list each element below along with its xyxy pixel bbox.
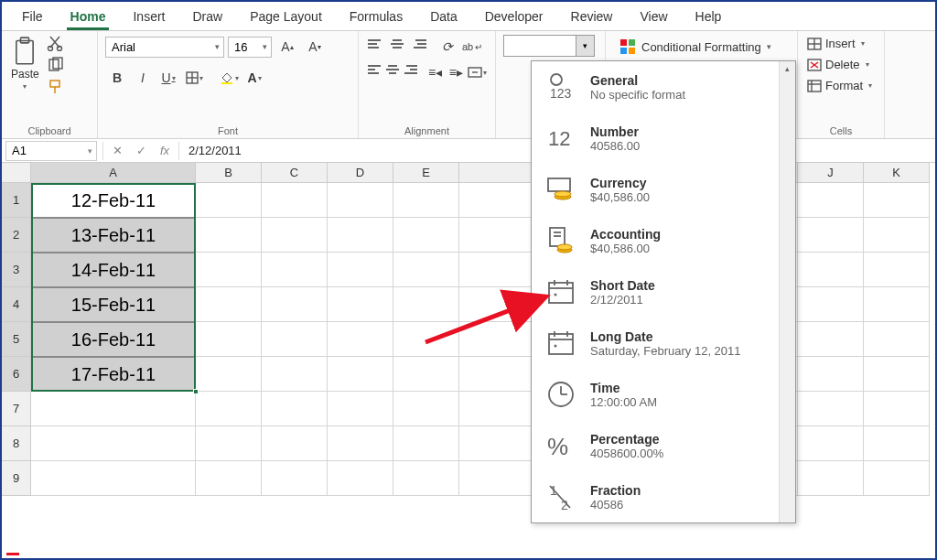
align-top-icon[interactable] <box>366 35 386 53</box>
cell[interactable] <box>196 426 262 461</box>
cell[interactable] <box>328 287 393 322</box>
cell[interactable] <box>262 253 328 287</box>
cut-icon[interactable] <box>47 35 65 51</box>
border-button[interactable] <box>182 66 206 90</box>
cell[interactable]: 17-Feb-11 <box>31 357 196 392</box>
cell[interactable] <box>864 253 930 287</box>
column-header-j[interactable]: J <box>798 163 864 183</box>
increase-font-icon[interactable]: A▴ <box>275 35 299 59</box>
cell[interactable] <box>262 392 328 426</box>
cell[interactable] <box>328 461 393 496</box>
cell[interactable]: 14-Feb-11 <box>31 253 196 287</box>
format-option-percentage[interactable]: % Percentage 4058600.00% <box>532 420 795 471</box>
cell[interactable] <box>864 183 930 218</box>
tab-draw[interactable]: Draw <box>179 4 235 29</box>
paste-button[interactable]: Paste ▾ <box>9 35 41 92</box>
tab-page-layout[interactable]: Page Layout <box>237 4 335 29</box>
format-option-currency[interactable]: Currency $40,586.00 <box>532 164 795 215</box>
decrease-indent-icon[interactable]: ≡◂ <box>425 60 446 84</box>
cell[interactable] <box>196 357 262 392</box>
row-header[interactable]: 6 <box>2 357 31 392</box>
column-header-b[interactable]: B <box>196 163 262 183</box>
fill-color-button[interactable] <box>217 66 241 90</box>
scroll-up-icon[interactable]: ▴ <box>780 61 795 76</box>
column-header-c[interactable]: C <box>262 163 328 183</box>
underline-button[interactable]: U <box>156 66 180 90</box>
fill-handle[interactable] <box>193 389 199 394</box>
format-option-accounting[interactable]: Accounting $40,586.00 <box>532 215 795 266</box>
column-header-e[interactable]: E <box>393 163 459 183</box>
orientation-icon[interactable]: ⟳ <box>436 35 459 59</box>
row-header[interactable]: 8 <box>2 426 31 461</box>
tab-data[interactable]: Data <box>417 4 470 29</box>
format-option-fraction[interactable]: 12 Fraction 40586 <box>532 471 795 522</box>
cell[interactable] <box>262 426 328 461</box>
cell[interactable] <box>262 218 328 253</box>
cell[interactable] <box>328 218 393 253</box>
tab-view[interactable]: View <box>627 4 680 29</box>
format-option-number[interactable]: 12 Number 40586.00 <box>532 113 795 164</box>
cancel-formula-icon[interactable]: ✕ <box>105 141 129 161</box>
wrap-text-button[interactable]: ab↵ <box>460 35 484 59</box>
format-option-shortdate[interactable]: Short Date 2/12/2011 <box>532 266 795 318</box>
format-option-general[interactable]: 123 General No specific format <box>532 61 795 113</box>
cell[interactable] <box>328 426 393 461</box>
cell[interactable] <box>328 322 393 357</box>
column-header-a[interactable]: A <box>31 163 196 183</box>
cell[interactable] <box>31 461 196 496</box>
cell[interactable] <box>864 322 930 357</box>
tab-developer[interactable]: Developer <box>472 4 556 29</box>
cell[interactable] <box>864 392 930 426</box>
cell[interactable] <box>196 183 262 218</box>
row-header[interactable]: 2 <box>2 218 31 253</box>
row-header[interactable]: 3 <box>2 253 31 287</box>
cell[interactable]: 16-Feb-11 <box>31 322 196 357</box>
cell[interactable] <box>262 183 328 218</box>
format-cells-button[interactable]: Format▾ <box>805 77 877 94</box>
cell[interactable] <box>393 392 459 426</box>
cell[interactable] <box>864 461 930 496</box>
cell[interactable] <box>31 426 196 461</box>
cell[interactable] <box>798 322 864 357</box>
insert-cells-button[interactable]: Insert▾ <box>805 35 877 52</box>
align-center-icon[interactable] <box>384 60 402 79</box>
dropdown-scrollbar[interactable]: ▴ <box>779 61 795 522</box>
align-left-icon[interactable] <box>366 60 383 79</box>
number-format-select[interactable]: ▾ <box>503 35 595 57</box>
cell[interactable] <box>196 392 262 426</box>
bold-button[interactable]: B <box>105 66 129 90</box>
cell[interactable]: 15-Feb-11 <box>31 287 196 322</box>
merge-button[interactable] <box>467 60 488 84</box>
tab-formulas[interactable]: Formulas <box>337 4 415 29</box>
italic-button[interactable]: I <box>131 66 155 90</box>
cell[interactable] <box>262 322 328 357</box>
cell[interactable] <box>864 287 930 322</box>
select-all-corner[interactable] <box>2 163 31 183</box>
cell[interactable] <box>798 183 864 218</box>
format-option-time[interactable]: Time 12:00:00 AM <box>532 369 795 420</box>
cell[interactable] <box>393 322 459 357</box>
column-header-k[interactable]: K <box>864 163 930 183</box>
tab-home[interactable]: Home <box>58 4 119 29</box>
cell[interactable] <box>262 357 328 392</box>
name-box[interactable]: A1▾ <box>5 141 97 161</box>
tab-insert[interactable]: Insert <box>120 4 178 29</box>
cell[interactable] <box>393 357 459 392</box>
row-header[interactable]: 1 <box>2 183 31 218</box>
row-header[interactable]: 7 <box>2 392 31 426</box>
cell[interactable]: 12-Feb-11 <box>31 183 196 218</box>
tab-file[interactable]: File <box>9 4 56 29</box>
cell[interactable] <box>393 461 459 496</box>
cell[interactable] <box>798 461 864 496</box>
cell[interactable] <box>798 392 864 426</box>
format-option-longdate[interactable]: Long Date Saturday, February 12, 2011 <box>532 318 795 369</box>
delete-cells-button[interactable]: Delete▾ <box>805 56 877 73</box>
cell[interactable] <box>798 426 864 461</box>
font-name-select[interactable]: Arial▾ <box>105 37 224 58</box>
cell[interactable] <box>393 426 459 461</box>
font-color-button[interactable]: A <box>242 66 266 90</box>
cell[interactable] <box>262 287 328 322</box>
fx-icon[interactable]: fx <box>153 141 177 161</box>
cell[interactable] <box>31 392 196 426</box>
row-header[interactable]: 9 <box>2 461 31 496</box>
